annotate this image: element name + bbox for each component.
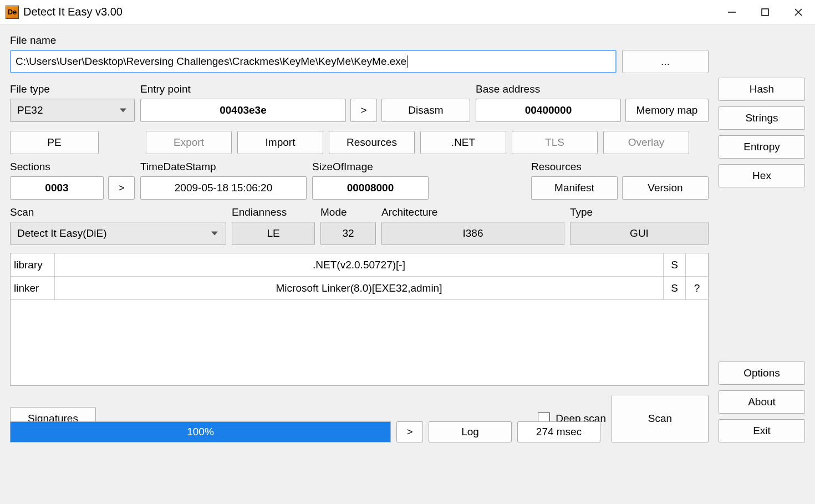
entropy-button[interactable]: Entropy	[719, 135, 805, 159]
result-name: Microsoft Linker(8.0)[EXE32,admin]	[55, 277, 664, 299]
endianness-value: LE	[232, 222, 315, 245]
architecture-value: I386	[381, 222, 564, 245]
strings-button[interactable]: Strings	[719, 106, 805, 130]
elapsed-field: 274 msec	[517, 421, 600, 442]
resources-label: Resources	[531, 161, 709, 173]
filename-label: File name	[10, 34, 709, 47]
close-button[interactable]	[782, 0, 815, 24]
scan-label: Scan	[10, 206, 226, 218]
version-button[interactable]: Version	[622, 176, 709, 200]
timedatestamp-field[interactable]: 2009-05-18 15:06:20	[140, 176, 307, 200]
hash-button[interactable]: Hash	[719, 78, 805, 101]
maximize-button[interactable]	[748, 0, 782, 24]
endianness-label: Endianness	[232, 206, 315, 218]
mode-label: Mode	[320, 206, 376, 218]
filetype-label: File type	[10, 83, 135, 95]
sections-field[interactable]: 0003	[10, 176, 104, 200]
sizeofimage-label: SizeOfImage	[312, 161, 429, 173]
filetype-select[interactable]: PE32	[10, 99, 135, 122]
result-name: .NET(v2.0.50727)[-]	[55, 253, 664, 276]
memorymap-button[interactable]: Memory map	[625, 99, 709, 122]
manifest-button[interactable]: Manifest	[531, 176, 618, 200]
chevron-down-icon	[120, 109, 126, 113]
timedatestamp-label: TimeDateStamp	[140, 161, 307, 173]
app-logo-icon	[6, 6, 19, 19]
browse-button[interactable]: ...	[622, 50, 709, 73]
sections-label: Sections	[10, 161, 135, 173]
baseaddress-field[interactable]: 00400000	[476, 99, 621, 122]
overlay-button[interactable]: Overlay	[603, 131, 689, 154]
window-title: Detect It Easy v3.00	[23, 6, 715, 18]
chevron-down-icon	[211, 232, 218, 236]
pe-button[interactable]: PE	[10, 131, 99, 154]
export-button[interactable]: Export	[146, 131, 232, 154]
result-s[interactable]: S	[664, 277, 686, 299]
sizeofimage-field[interactable]: 00008000	[312, 176, 429, 200]
log-button[interactable]: Log	[429, 421, 512, 442]
filetype-value: PE32	[17, 104, 43, 116]
about-button[interactable]: About	[719, 390, 805, 414]
entrypoint-field[interactable]: 00403e3e	[140, 99, 346, 122]
entrypoint-label: Entry point	[140, 83, 470, 95]
dotnet-button[interactable]: .NET	[420, 131, 506, 154]
architecture-label: Architecture	[381, 206, 564, 218]
baseaddress-label: Base address	[476, 83, 709, 95]
hex-button[interactable]: Hex	[719, 164, 805, 187]
scan-engine-value: Detect It Easy(DiE)	[17, 227, 107, 240]
filename-input[interactable]: C:\Users\User\Desktop\Reversing Challeng…	[10, 50, 617, 73]
progress-bar: 100%	[10, 421, 391, 442]
result-category: linker	[11, 277, 55, 299]
options-button[interactable]: Options	[719, 362, 805, 385]
sections-more-button[interactable]: >	[108, 176, 135, 200]
result-q[interactable]	[686, 253, 708, 276]
progress-text: 100%	[187, 426, 214, 438]
table-row[interactable]: linker Microsoft Linker(8.0)[EXE32,admin…	[11, 277, 708, 300]
result-category: library	[11, 253, 55, 276]
import-button[interactable]: Import	[237, 131, 323, 154]
minimize-button[interactable]	[715, 0, 748, 24]
resources-button[interactable]: Resources	[329, 131, 415, 154]
scan-engine-select[interactable]: Detect It Easy(DiE)	[10, 222, 226, 245]
result-s[interactable]: S	[664, 253, 686, 276]
exit-button[interactable]: Exit	[719, 419, 805, 442]
entrypoint-more-button[interactable]: >	[350, 99, 377, 122]
scan-results-table[interactable]: library .NET(v2.0.50727)[-] S linker Mic…	[10, 253, 709, 386]
disasm-button[interactable]: Disasm	[381, 99, 470, 122]
titlebar: Detect It Easy v3.00	[0, 0, 815, 24]
type-label: Type	[570, 206, 709, 218]
result-q[interactable]: ?	[686, 277, 708, 299]
svg-rect-1	[762, 9, 768, 16]
tls-button[interactable]: TLS	[512, 131, 598, 154]
filename-value: C:\Users\User\Desktop\Reversing Challeng…	[16, 55, 406, 68]
mode-value: 32	[320, 222, 376, 245]
scan-button[interactable]: Scan	[612, 395, 709, 442]
table-row[interactable]: library .NET(v2.0.50727)[-] S	[11, 253, 708, 277]
type-value: GUI	[570, 222, 709, 245]
progress-more-button[interactable]: >	[396, 421, 423, 442]
